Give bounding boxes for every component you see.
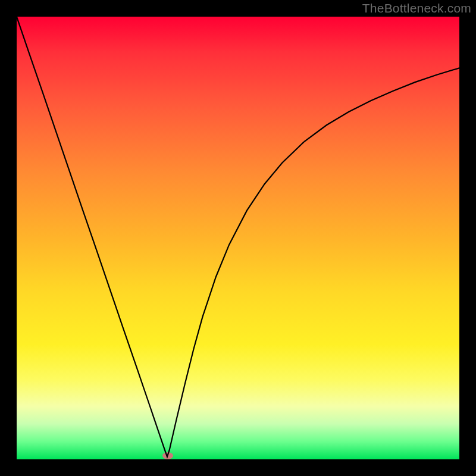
chart-stage: TheBottleneck.com [0, 0, 476, 476]
bottleneck-curve [17, 17, 459, 459]
watermark-text: TheBottleneck.com [362, 1, 471, 15]
plot-area [17, 17, 459, 459]
